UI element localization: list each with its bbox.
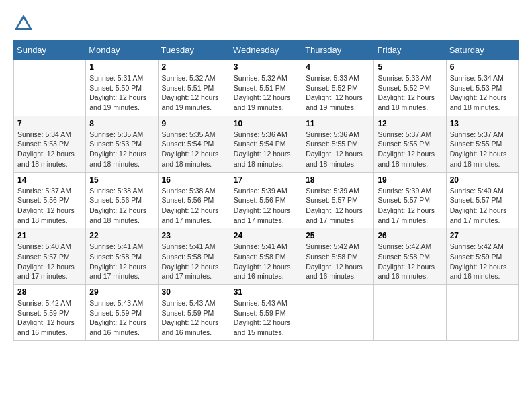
- header-row: SundayMondayTuesdayWednesdayThursdayFrid…: [14, 41, 519, 60]
- day-number: 27: [450, 231, 515, 240]
- day-info: Sunrise: 5:40 AM Sunset: 5:57 PM Dayligh…: [450, 186, 515, 226]
- day-info: Sunrise: 5:34 AM Sunset: 5:53 PM Dayligh…: [17, 130, 82, 169]
- day-cell: 18Sunrise: 5:39 AM Sunset: 5:57 PM Dayli…: [302, 172, 374, 228]
- day-info: Sunrise: 5:35 AM Sunset: 5:53 PM Dayligh…: [89, 130, 154, 169]
- day-info: Sunrise: 5:33 AM Sunset: 5:52 PM Dayligh…: [306, 73, 370, 113]
- day-cell: 8Sunrise: 5:35 AM Sunset: 5:53 PM Daylig…: [86, 116, 158, 172]
- day-info: Sunrise: 5:39 AM Sunset: 5:57 PM Dayligh…: [378, 186, 442, 226]
- day-cell: 25Sunrise: 5:42 AM Sunset: 5:58 PM Dayli…: [302, 228, 374, 285]
- day-number: 19: [378, 175, 442, 185]
- day-cell: 22Sunrise: 5:41 AM Sunset: 5:58 PM Dayli…: [86, 228, 158, 285]
- day-number: 6: [450, 62, 515, 72]
- header-cell-thursday: Thursday: [302, 41, 374, 60]
- day-number: 25: [306, 231, 370, 240]
- day-info: Sunrise: 5:38 AM Sunset: 5:56 PM Dayligh…: [162, 186, 226, 226]
- day-cell: 27Sunrise: 5:42 AM Sunset: 5:59 PM Dayli…: [446, 228, 518, 285]
- day-cell: 21Sunrise: 5:40 AM Sunset: 5:57 PM Dayli…: [14, 228, 86, 285]
- day-number: 22: [89, 231, 154, 240]
- day-number: 26: [378, 231, 442, 240]
- day-number: 14: [17, 175, 82, 185]
- week-row-3: 14Sunrise: 5:37 AM Sunset: 5:56 PM Dayli…: [14, 172, 519, 228]
- day-info: Sunrise: 5:37 AM Sunset: 5:56 PM Dayligh…: [17, 186, 82, 226]
- day-number: 17: [234, 175, 298, 185]
- day-number: 1: [89, 62, 154, 72]
- header-cell-wednesday: Wednesday: [230, 41, 302, 60]
- day-info: Sunrise: 5:43 AM Sunset: 5:59 PM Dayligh…: [234, 298, 298, 338]
- day-info: Sunrise: 5:42 AM Sunset: 5:58 PM Dayligh…: [306, 242, 370, 281]
- day-number: 9: [162, 119, 226, 128]
- day-info: Sunrise: 5:37 AM Sunset: 5:55 PM Dayligh…: [450, 130, 515, 169]
- day-info: Sunrise: 5:32 AM Sunset: 5:51 PM Dayligh…: [234, 73, 298, 113]
- day-number: 10: [234, 119, 298, 128]
- page-header: [13, 13, 519, 34]
- day-cell: 9Sunrise: 5:35 AM Sunset: 5:54 PM Daylig…: [158, 116, 230, 172]
- day-cell: 26Sunrise: 5:42 AM Sunset: 5:58 PM Dayli…: [374, 228, 446, 285]
- day-cell: 16Sunrise: 5:38 AM Sunset: 5:56 PM Dayli…: [158, 172, 230, 228]
- day-cell: [446, 285, 518, 341]
- day-info: Sunrise: 5:36 AM Sunset: 5:55 PM Dayligh…: [306, 130, 370, 169]
- day-number: 5: [378, 62, 442, 72]
- day-cell: 14Sunrise: 5:37 AM Sunset: 5:56 PM Dayli…: [14, 172, 86, 228]
- day-info: Sunrise: 5:39 AM Sunset: 5:57 PM Dayligh…: [306, 186, 370, 226]
- day-number: 12: [378, 119, 442, 128]
- day-info: Sunrise: 5:41 AM Sunset: 5:58 PM Dayligh…: [89, 242, 154, 281]
- day-number: 15: [89, 175, 154, 185]
- day-cell: 13Sunrise: 5:37 AM Sunset: 5:55 PM Dayli…: [446, 116, 518, 172]
- day-cell: 5Sunrise: 5:33 AM Sunset: 5:52 PM Daylig…: [374, 60, 446, 116]
- header-cell-tuesday: Tuesday: [158, 41, 230, 60]
- week-row-2: 7Sunrise: 5:34 AM Sunset: 5:53 PM Daylig…: [14, 116, 519, 172]
- day-info: Sunrise: 5:39 AM Sunset: 5:56 PM Dayligh…: [234, 186, 298, 226]
- day-cell: 10Sunrise: 5:36 AM Sunset: 5:54 PM Dayli…: [230, 116, 302, 172]
- day-cell: 17Sunrise: 5:39 AM Sunset: 5:56 PM Dayli…: [230, 172, 302, 228]
- day-number: 8: [89, 119, 154, 128]
- day-cell: 15Sunrise: 5:38 AM Sunset: 5:56 PM Dayli…: [86, 172, 158, 228]
- day-number: 2: [162, 62, 226, 72]
- logo-icon: [13, 13, 34, 34]
- day-number: 16: [162, 175, 226, 185]
- day-number: 3: [234, 62, 298, 72]
- logo: [13, 13, 36, 34]
- day-number: 23: [162, 231, 226, 240]
- day-info: Sunrise: 5:43 AM Sunset: 5:59 PM Dayligh…: [89, 298, 154, 338]
- day-number: 20: [450, 175, 515, 185]
- day-cell: 7Sunrise: 5:34 AM Sunset: 5:53 PM Daylig…: [14, 116, 86, 172]
- day-cell: 30Sunrise: 5:43 AM Sunset: 5:59 PM Dayli…: [158, 285, 230, 341]
- day-cell: 12Sunrise: 5:37 AM Sunset: 5:55 PM Dayli…: [374, 116, 446, 172]
- day-info: Sunrise: 5:40 AM Sunset: 5:57 PM Dayligh…: [17, 242, 82, 281]
- day-info: Sunrise: 5:36 AM Sunset: 5:54 PM Dayligh…: [234, 130, 298, 169]
- day-number: 29: [89, 287, 154, 297]
- day-cell: 29Sunrise: 5:43 AM Sunset: 5:59 PM Dayli…: [86, 285, 158, 341]
- day-info: Sunrise: 5:31 AM Sunset: 5:50 PM Dayligh…: [89, 73, 154, 113]
- day-number: 24: [234, 231, 298, 240]
- day-cell: 28Sunrise: 5:42 AM Sunset: 5:59 PM Dayli…: [14, 285, 86, 341]
- header-cell-monday: Monday: [86, 41, 158, 60]
- day-cell: [302, 285, 374, 341]
- day-number: 21: [17, 231, 82, 240]
- day-info: Sunrise: 5:42 AM Sunset: 5:58 PM Dayligh…: [378, 242, 442, 281]
- day-cell: 6Sunrise: 5:34 AM Sunset: 5:53 PM Daylig…: [446, 60, 518, 116]
- day-cell: 31Sunrise: 5:43 AM Sunset: 5:59 PM Dayli…: [230, 285, 302, 341]
- day-info: Sunrise: 5:32 AM Sunset: 5:51 PM Dayligh…: [162, 73, 226, 113]
- day-cell: [14, 60, 86, 116]
- day-info: Sunrise: 5:37 AM Sunset: 5:55 PM Dayligh…: [378, 130, 442, 169]
- day-number: 4: [306, 62, 370, 72]
- header-cell-friday: Friday: [374, 41, 446, 60]
- day-info: Sunrise: 5:41 AM Sunset: 5:58 PM Dayligh…: [234, 242, 298, 281]
- day-info: Sunrise: 5:43 AM Sunset: 5:59 PM Dayligh…: [162, 298, 226, 338]
- day-number: 18: [306, 175, 370, 185]
- day-number: 28: [17, 287, 82, 297]
- day-number: 7: [17, 119, 82, 128]
- day-cell: 20Sunrise: 5:40 AM Sunset: 5:57 PM Dayli…: [446, 172, 518, 228]
- day-info: Sunrise: 5:34 AM Sunset: 5:53 PM Dayligh…: [450, 73, 515, 113]
- day-cell: 1Sunrise: 5:31 AM Sunset: 5:50 PM Daylig…: [86, 60, 158, 116]
- day-info: Sunrise: 5:38 AM Sunset: 5:56 PM Dayligh…: [89, 186, 154, 226]
- day-number: 31: [234, 287, 298, 297]
- day-info: Sunrise: 5:42 AM Sunset: 5:59 PM Dayligh…: [450, 242, 515, 281]
- calendar-table: SundayMondayTuesdayWednesdayThursdayFrid…: [13, 40, 519, 341]
- header-cell-saturday: Saturday: [446, 41, 518, 60]
- day-info: Sunrise: 5:35 AM Sunset: 5:54 PM Dayligh…: [162, 130, 226, 169]
- day-cell: 2Sunrise: 5:32 AM Sunset: 5:51 PM Daylig…: [158, 60, 230, 116]
- week-row-5: 28Sunrise: 5:42 AM Sunset: 5:59 PM Dayli…: [14, 285, 519, 341]
- week-row-4: 21Sunrise: 5:40 AM Sunset: 5:57 PM Dayli…: [14, 228, 519, 285]
- day-info: Sunrise: 5:42 AM Sunset: 5:59 PM Dayligh…: [17, 298, 82, 338]
